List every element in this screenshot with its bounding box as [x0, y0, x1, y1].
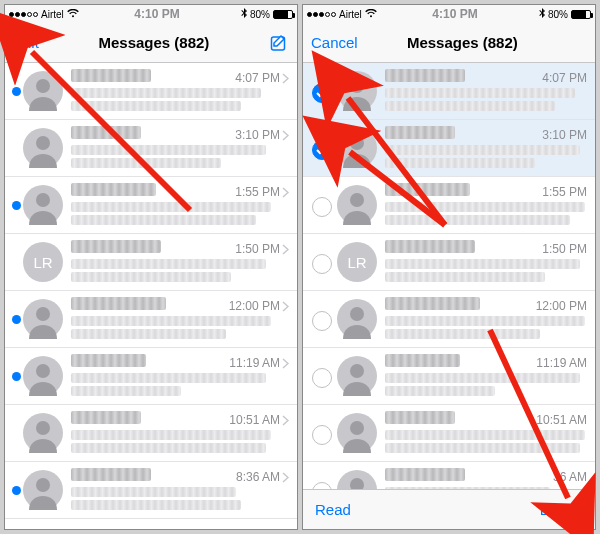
svg-point-2	[36, 136, 50, 150]
select-checkbox[interactable]	[312, 311, 332, 331]
avatar	[337, 128, 377, 168]
select-checkbox[interactable]	[312, 482, 332, 489]
contact-name-blurred	[71, 240, 161, 253]
message-row[interactable]: 12:00 PM	[5, 291, 297, 348]
wifi-icon	[365, 9, 377, 20]
message-preview-blurred	[385, 145, 587, 168]
cancel-button[interactable]: Cancel	[311, 34, 358, 51]
svg-point-3	[36, 193, 50, 207]
message-preview-blurred	[71, 430, 289, 453]
carrier-label: Airtel	[339, 9, 362, 20]
message-preview-blurred	[385, 316, 587, 339]
message-time: 3:10 PM	[542, 128, 587, 142]
message-time: 1:50 PM	[542, 242, 587, 256]
avatar	[337, 299, 377, 339]
unread-indicator	[9, 354, 23, 381]
compose-button[interactable]	[269, 33, 289, 53]
select-checkbox[interactable]	[312, 140, 332, 160]
message-preview-blurred	[71, 145, 289, 168]
avatar-initials: LR	[347, 254, 366, 271]
message-row[interactable]: 11:19 AM	[303, 348, 595, 405]
avatar	[23, 128, 63, 168]
message-time: 11:19 AM	[536, 356, 587, 370]
message-preview-blurred	[385, 373, 587, 396]
battery-icon	[571, 10, 591, 19]
message-row[interactable]: 4:07 PM	[5, 63, 297, 120]
unread-indicator	[9, 468, 23, 495]
delete-button[interactable]: Delete	[540, 501, 583, 518]
message-row[interactable]: 36 AM	[303, 462, 595, 489]
contact-name-blurred	[385, 240, 475, 253]
contact-name-blurred	[71, 126, 141, 139]
avatar	[337, 185, 377, 225]
status-bar: Airtel 4:10 PM 80%	[5, 5, 297, 23]
select-checkbox[interactable]	[312, 368, 332, 388]
avatar	[23, 470, 63, 510]
message-time: 1:55 PM	[235, 185, 289, 199]
read-button[interactable]: Read	[315, 501, 351, 518]
svg-point-5	[36, 364, 50, 378]
message-preview-blurred	[385, 430, 587, 453]
message-row[interactable]: 3:10 PM	[303, 120, 595, 177]
message-row[interactable]: 3:10 PM	[5, 120, 297, 177]
message-row[interactable]: 1:55 PM	[5, 177, 297, 234]
message-time: 4:07 PM	[542, 71, 587, 85]
unread-indicator	[9, 126, 23, 144]
compose-icon	[269, 33, 289, 53]
message-time: 12:00 PM	[229, 299, 289, 313]
signal-dots-icon	[307, 12, 336, 17]
message-row[interactable]: 10:51 AM	[303, 405, 595, 462]
signal-dots-icon	[9, 12, 38, 17]
contact-name-blurred	[385, 183, 470, 196]
message-row[interactable]: 11:19 AM	[5, 348, 297, 405]
contact-name-blurred	[71, 411, 141, 424]
message-time: 11:19 AM	[229, 356, 289, 370]
message-time: 36 AM	[553, 470, 587, 484]
svg-point-8	[350, 79, 364, 93]
avatar	[23, 299, 63, 339]
select-checkbox[interactable]	[312, 254, 332, 274]
messages-list-edit[interactable]: 4:07 PM3:10 PM1:55 PMLR1:50 PM12:00 PM11…	[303, 63, 595, 489]
message-time: 1:55 PM	[542, 185, 587, 199]
message-preview-blurred	[71, 316, 289, 339]
battery-icon	[273, 10, 293, 19]
avatar	[337, 71, 377, 111]
screenshot-left: Airtel 4:10 PM 80% Edit Messages (882) 4…	[4, 4, 298, 530]
unread-indicator	[9, 240, 23, 258]
select-checkbox[interactable]	[312, 425, 332, 445]
message-row[interactable]: LR1:50 PM	[303, 234, 595, 291]
edit-button[interactable]: Edit	[13, 34, 39, 51]
battery-pct: 80%	[250, 9, 270, 20]
svg-point-10	[350, 193, 364, 207]
message-preview-blurred	[385, 259, 587, 282]
wifi-icon	[67, 9, 79, 20]
carrier-label: Airtel	[41, 9, 64, 20]
avatar	[23, 413, 63, 453]
avatar	[337, 413, 377, 453]
contact-name-blurred	[385, 69, 465, 82]
message-row[interactable]: 12:00 PM	[303, 291, 595, 348]
unread-indicator	[9, 297, 23, 324]
contact-name-blurred	[385, 126, 455, 139]
message-preview-blurred	[71, 202, 289, 225]
message-row[interactable]: 10:51 AM	[5, 405, 297, 462]
unread-indicator	[9, 183, 23, 210]
svg-point-9	[350, 136, 364, 150]
avatar: LR	[23, 242, 63, 282]
message-row[interactable]: 4:07 PM	[303, 63, 595, 120]
message-preview-blurred	[71, 373, 289, 396]
bluetooth-icon	[539, 8, 545, 20]
message-row[interactable]: 8:36 AM	[5, 462, 297, 519]
contact-name-blurred	[385, 297, 480, 310]
unread-indicator	[9, 69, 23, 96]
message-row[interactable]: 1:55 PM	[303, 177, 595, 234]
messages-list[interactable]: 4:07 PM3:10 PM1:55 PMLR1:50 PM12:00 PM11…	[5, 63, 297, 529]
select-checkbox[interactable]	[312, 83, 332, 103]
message-row[interactable]: LR1:50 PM	[5, 234, 297, 291]
svg-point-1	[36, 79, 50, 93]
message-time: 3:10 PM	[235, 128, 289, 142]
contact-name-blurred	[71, 297, 166, 310]
message-preview-blurred	[71, 88, 289, 111]
select-checkbox[interactable]	[312, 197, 332, 217]
svg-point-11	[350, 307, 364, 321]
